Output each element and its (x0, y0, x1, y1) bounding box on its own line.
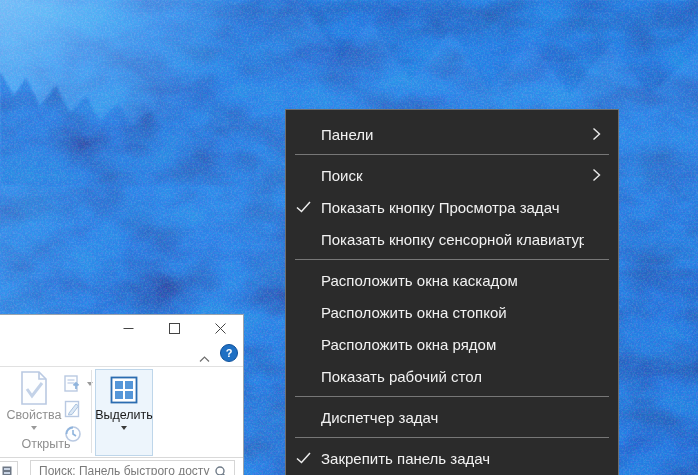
menu-item-lock-taskbar[interactable]: Закрепить панель задач (286, 442, 618, 474)
submenu-arrow-icon (592, 168, 601, 182)
search-icon (214, 465, 228, 475)
menu-item-toolbars[interactable]: Панели (286, 118, 618, 150)
close-icon (215, 323, 226, 334)
select-label: Выделить (95, 408, 153, 422)
menu-item-search[interactable]: Поиск (286, 159, 618, 191)
search-placeholder: Поиск: Панель быстрого доступа (39, 464, 210, 475)
properties-check-document-icon (19, 371, 49, 405)
menu-item-show-windows-stacked[interactable]: Расположить окна стопкой (286, 296, 618, 328)
maximize-button[interactable] (151, 315, 197, 341)
window-controls (105, 315, 243, 341)
open-button[interactable] (64, 371, 98, 396)
menu-item-task-manager[interactable]: Диспетчер задач (286, 401, 618, 433)
open-group-small-buttons (64, 371, 98, 446)
menu-separator (295, 396, 609, 397)
select-dropdown-icon (121, 426, 127, 430)
menu-separator (295, 154, 609, 155)
ribbon: Свойства (0, 367, 243, 458)
collapse-ribbon-button[interactable] (199, 349, 210, 367)
address-bar-row: Поиск: Панель быстрого доступа (0, 458, 243, 475)
search-input[interactable]: Поиск: Панель быстрого доступа (30, 460, 235, 475)
chevron-up-icon (199, 356, 210, 363)
maximize-icon (169, 323, 180, 334)
select-grid-icon (110, 376, 138, 404)
submenu-arrow-icon (592, 127, 601, 141)
toolbar-icon (2, 466, 12, 475)
menu-separator (295, 259, 609, 260)
minimize-icon (123, 323, 134, 334)
desktop: ? Свойства (0, 0, 698, 475)
menu-separator (295, 437, 609, 438)
checkmark-icon (296, 452, 311, 464)
menu-item-show-windows-side-by-side[interactable]: Расположить окна рядом (286, 328, 618, 360)
edit-icon (64, 400, 82, 418)
help-button[interactable]: ? (220, 344, 238, 362)
address-bar-button[interactable] (0, 461, 18, 475)
edit-button[interactable] (64, 396, 98, 421)
taskbar-context-menu: Панели Поиск Показать кнопку Просмотра з… (285, 109, 619, 475)
menu-item-show-desktop[interactable]: Показать рабочий стол (286, 360, 618, 392)
close-button[interactable] (197, 315, 243, 341)
menu-item-show-task-view-button[interactable]: Показать кнопку Просмотра задач (286, 191, 618, 223)
minimize-button[interactable] (105, 315, 151, 341)
help-question-mark: ? (226, 347, 233, 359)
select-button[interactable]: Выделить (95, 369, 153, 456)
properties-dropdown-icon (31, 426, 37, 430)
properties-label: Свойства (7, 408, 62, 422)
explorer-window: ? Свойства (0, 314, 244, 475)
open-icon (64, 375, 82, 393)
open-group-label: Открыть (0, 437, 92, 451)
menu-item-cascade-windows[interactable]: Расположить окна каскадом (286, 264, 618, 296)
title-bar[interactable] (0, 315, 243, 341)
open-dropdown-icon (87, 382, 93, 386)
checkmark-icon (296, 201, 311, 213)
ribbon-group-divider (91, 370, 92, 453)
ribbon-tab-strip: ? (0, 341, 243, 367)
menu-item-show-touch-keyboard-button[interactable]: Показать кнопку сенсорной клавиатуры (286, 223, 618, 255)
